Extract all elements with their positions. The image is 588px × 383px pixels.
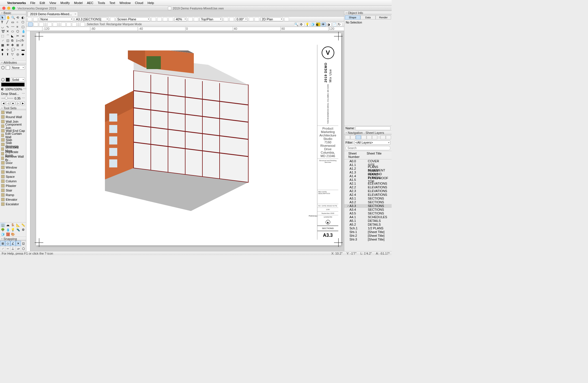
col-sheet-number[interactable]: Sheet Number	[347, 151, 366, 159]
chamfer-tool[interactable]: ◣	[11, 34, 16, 38]
lineweight-settings[interactable]: ⋯	[22, 96, 25, 100]
nav-viewports[interactable]	[361, 135, 366, 139]
nav-design-layers[interactable]	[350, 135, 355, 139]
toolset-visualization[interactable]: 🎨	[11, 232, 16, 237]
locus-tool[interactable]: ✕	[5, 29, 11, 34]
toolset-window[interactable]: Window	[0, 165, 26, 170]
toolset-mullion[interactable]: Mullion	[0, 170, 26, 174]
drawing-canvas[interactable]: V 2019 DEMO Mix Use 7150 RIVERWOOD DRIVE…	[30, 31, 344, 251]
sheet-row-Sht-3[interactable]: Sht-3[Sheet Title]	[344, 238, 392, 241]
rotate-tool[interactable]: ↻	[21, 38, 26, 43]
display-3d-button[interactable]: 🧊	[310, 22, 315, 26]
toolset-walls[interactable]: 🧱	[5, 232, 11, 237]
window-zoom[interactable]	[12, 7, 15, 10]
snap-working-plane[interactable]: ▱	[16, 246, 21, 251]
menu-aec[interactable]: AEC	[87, 1, 93, 5]
window-close[interactable]	[2, 7, 5, 10]
nav-new[interactable]	[380, 135, 386, 139]
mode-polygon[interactable]	[39, 22, 44, 26]
sheet-row-Sch-1[interactable]: Sch.11/2 PLANS	[344, 226, 392, 230]
oval-tool[interactable]: ⬭	[11, 29, 16, 34]
menu-help[interactable]: Help	[148, 1, 154, 5]
text-tool[interactable]: T	[0, 20, 5, 24]
toolset-edit-curtain-wall[interactable]: Edit Curtain Wall	[0, 133, 26, 138]
line-tool[interactable]: ╱	[5, 20, 11, 24]
menu-text[interactable]: Text	[109, 1, 115, 5]
toolset-furniture[interactable]: 🪑	[11, 223, 16, 227]
marker-start[interactable]: ◀	[1, 101, 5, 105]
attributes-palette-header[interactable]: ×Attributes	[0, 60, 26, 65]
flyover-tool[interactable]: ⟲	[15, 15, 21, 20]
sheet-row-A2-3[interactable]: A2.3ELEVATIONS	[344, 189, 392, 193]
snap-angle[interactable]: ∠	[10, 241, 15, 246]
circle-tool[interactable]: ○	[15, 20, 21, 24]
oi-tab-shape[interactable]: Shape	[345, 15, 360, 19]
close-tab-icon[interactable]: ×	[75, 13, 76, 15]
marker-prev[interactable]: ◁	[6, 101, 10, 105]
layer-search-input[interactable]	[345, 146, 390, 150]
clip-tool[interactable]: ◫	[5, 38, 11, 43]
dropshadow-settings[interactable]: ⋯	[22, 92, 25, 95]
snap-distance[interactable]: ↔	[5, 246, 10, 251]
render-settings-button[interactable]	[255, 17, 259, 21]
snap-smart-point[interactable]: ⊡	[21, 241, 26, 246]
snap-tangent[interactable]: ⊥	[10, 246, 15, 251]
rotate-cw-button[interactable]	[229, 17, 234, 21]
menu-view[interactable]: View	[49, 1, 56, 5]
mode-single[interactable]	[47, 22, 52, 26]
working-plane-button[interactable]	[249, 17, 253, 21]
oi-tab-data[interactable]: Data	[360, 15, 376, 19]
marker-end[interactable]: ▶	[21, 101, 25, 105]
toolset-landscape[interactable]: 🌳	[0, 227, 5, 232]
toolset-lighting[interactable]: 💡	[11, 227, 16, 232]
reshape-tool[interactable]: ⬚	[0, 34, 5, 38]
sheet-row-A1-5[interactable]: A1.5PLANS ROOF TOP	[344, 178, 392, 182]
toolset-column[interactable]: Column	[0, 179, 26, 183]
mode-disabled-scaling[interactable]	[67, 22, 71, 26]
mode-interactive-scaling[interactable]	[61, 22, 66, 26]
sheet-row-A2-4[interactable]: A2.4ELEVATIONS	[344, 193, 392, 197]
toolset-wall[interactable]: Wall	[0, 110, 26, 115]
multiview-button[interactable]	[188, 17, 193, 21]
sheet-row-A3-5[interactable]: A3.5SECTIONS	[344, 212, 392, 215]
toolset-escalator[interactable]: Escalator	[0, 202, 26, 206]
align-tool[interactable]: ⊞	[15, 43, 21, 47]
toolset-ramp[interactable]: Ramp	[0, 193, 26, 197]
toolset-machine[interactable]: ⚙	[21, 227, 26, 232]
basic-palette-header[interactable]: ×Basic	[0, 11, 26, 15]
spiral-tool[interactable]: ➰	[0, 29, 5, 34]
object-name-input[interactable]	[355, 126, 390, 130]
fill-eyedropper-icon[interactable]: ◯	[1, 66, 5, 69]
sheet-row-A2-2[interactable]: A2.2ELEVATIONS	[344, 185, 392, 189]
mode-lasso[interactable]	[34, 22, 38, 26]
toolset-site[interactable]: ⛰	[5, 223, 11, 227]
visibility-tool[interactable]: 👁	[5, 43, 11, 47]
zoom-in-button[interactable]	[163, 17, 167, 21]
navigation-palette-header[interactable]: ×Navigation - Sheet Layers	[344, 131, 392, 135]
toolset-pilaster[interactable]: Pilaster	[0, 183, 26, 188]
2d-locus-tool[interactable]: ⊹	[5, 47, 11, 52]
toolset-remove-wall-br-[interactable]: Remove Wall Br...	[0, 156, 26, 161]
zoom-line-button[interactable]: 📄	[332, 22, 337, 26]
filter-dropdown[interactable]: <All Layers>	[354, 140, 391, 145]
mode-preferences[interactable]	[80, 22, 85, 26]
attribute-mapping-tool[interactable]: ▦	[0, 43, 5, 47]
zoom-tool[interactable]: 🔍	[11, 15, 16, 20]
document-tab[interactable]: 2019 Demo Features-Mixed... ×	[28, 11, 78, 16]
toolset-space[interactable]: Space	[0, 174, 26, 179]
mode-wall-insertion[interactable]	[53, 22, 57, 26]
sheet-row-A3-1[interactable]: A3.1SECTIONS	[344, 197, 392, 200]
menu-modify[interactable]: Modify	[60, 1, 70, 5]
sheet-row-A3-2[interactable]: A3.2SECTIONS	[344, 200, 392, 204]
zoom-out-button[interactable]	[157, 17, 162, 21]
freehand-tool[interactable]: 〰	[11, 24, 16, 29]
toolset-component-join[interactable]: Component Join	[0, 124, 26, 128]
marker-next[interactable]: ▷	[16, 101, 20, 105]
rotate-ccw-button[interactable]	[224, 17, 228, 21]
arc-tool[interactable]: ◡	[0, 24, 5, 29]
trim-tool[interactable]: ⟋	[0, 38, 5, 43]
mode-rectangular[interactable]	[28, 22, 33, 26]
quick-prefs-button[interactable]: ⚙	[300, 22, 304, 26]
fill-style-dropdown[interactable]: None	[11, 65, 25, 70]
toolset-spotlight[interactable]: 🔦	[15, 227, 21, 232]
